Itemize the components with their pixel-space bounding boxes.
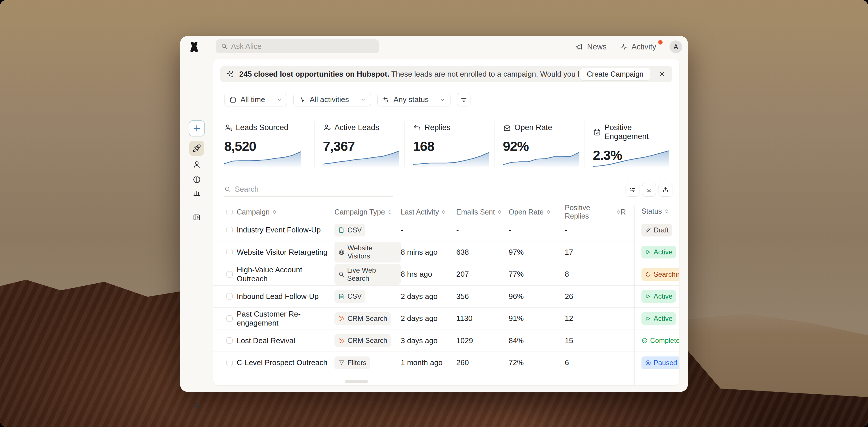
activity-icon (298, 96, 306, 103)
stat-label: Active Leads (335, 123, 379, 132)
table-row[interactable]: Lost Deal Revival CRM Search 3 days ago … (213, 330, 679, 352)
sparkline-chart (593, 150, 669, 167)
emails-sent-cell: 1029 (456, 336, 509, 345)
brain-icon (192, 175, 201, 184)
user-avatar[interactable]: A (670, 40, 682, 53)
calendar-check-icon (593, 128, 601, 136)
open-rate-cell: 84% (509, 336, 565, 345)
download-button[interactable] (642, 183, 656, 197)
last-activity-cell: - (401, 226, 456, 234)
filter-lines-icon (460, 96, 468, 103)
header-campaign[interactable]: Campaign (237, 208, 335, 216)
campaign-name: Past Customer Re-engagement (237, 309, 335, 328)
table-search-input[interactable] (235, 185, 393, 194)
chevron-down-icon (440, 97, 445, 103)
sidebar-item-expand-panel[interactable] (189, 210, 204, 225)
activity-button[interactable]: Activity (620, 42, 656, 52)
table-row[interactable]: Past Customer Re-engagement CRM Search 2… (213, 307, 679, 330)
status-badge: Complete (642, 334, 679, 347)
horizontal-scrollbar-thumb[interactable] (345, 380, 368, 383)
header-last-activity[interactable]: Last Activity (401, 208, 456, 216)
hubspot-icon (338, 315, 345, 322)
open-rate-cell: 97% (509, 248, 565, 257)
sparkle-icon (226, 70, 235, 78)
open-rate-cell: 72% (509, 358, 565, 367)
status-badge: Active (642, 290, 676, 303)
row-checkbox[interactable] (226, 337, 232, 344)
campaign-type-chip: Filters (335, 357, 370, 369)
column-settings-button[interactable] (625, 183, 640, 197)
last-activity-cell: 3 days ago (401, 336, 456, 345)
sparkline-chart (224, 150, 301, 167)
sort-icon (388, 209, 392, 215)
table-row[interactable]: Inbound Lead Follow-Up CSV 2 days ago 35… (213, 286, 679, 308)
banner-close-button[interactable] (658, 68, 666, 80)
open-rate-cell: 77% (509, 270, 565, 279)
sidebar (180, 59, 213, 392)
campaign-type-label: CRM Search (347, 315, 387, 323)
emails-sent-cell: 207 (456, 270, 509, 279)
profile-photo[interactable] (188, 86, 205, 102)
stat-replies: Replies 168 (404, 122, 494, 167)
row-checkbox[interactable] (226, 316, 232, 322)
sidebar-item-settings[interactable] (189, 398, 204, 413)
last-activity-cell: 8 hrs ago (401, 270, 456, 279)
desktop-background: News Activity A (0, 0, 868, 427)
table-search[interactable] (224, 182, 393, 197)
row-checkbox[interactable] (226, 360, 232, 366)
campaign-type-label: CSV (347, 226, 362, 234)
table-row[interactable]: C-Level Prospect Outreach Filters 1 mont… (213, 352, 679, 374)
sort-icon (664, 209, 669, 214)
last-activity-cell: 8 mins ago (401, 248, 456, 257)
status-badge: Active (642, 246, 676, 258)
header-positive-replies[interactable]: Positive Replies (565, 203, 621, 220)
row-checkbox[interactable] (226, 227, 232, 233)
reply-icon (413, 124, 421, 132)
table-row[interactable]: High-Value Account Outreach Live Web Sea… (213, 263, 679, 286)
positive-replies-cell: 15 (565, 336, 621, 345)
create-campaign-button[interactable]: Create Campaign (580, 68, 650, 80)
notification-dot (658, 40, 662, 44)
filter-activities-dropdown[interactable]: All activities (293, 93, 371, 106)
stat-leads-sourced: Leads Sourced 8,520 (224, 122, 314, 167)
positive-replies-cell: 26 (565, 292, 621, 301)
sidebar-item-leads[interactable] (189, 157, 204, 172)
status-badge: Active (642, 312, 676, 325)
app-logo-icon (187, 41, 201, 54)
sidebar-item-analytics[interactable] (189, 185, 204, 200)
export-button[interactable] (658, 183, 673, 197)
csv-file-icon (338, 293, 345, 300)
status-sticky-column: Status DraftActiveSearchingActiveActiveC… (634, 203, 679, 385)
more-filters-button[interactable] (457, 93, 470, 106)
row-checkbox[interactable] (226, 293, 232, 299)
news-button[interactable]: News (576, 42, 607, 52)
ask-alice-search[interactable] (216, 39, 379, 53)
panel-right-icon (192, 213, 201, 222)
mail-open-icon (503, 124, 511, 132)
row-checkbox[interactable] (226, 249, 232, 255)
header-open-rate[interactable]: Open Rate (509, 208, 565, 216)
close-icon (659, 71, 665, 77)
row-checkbox[interactable] (226, 271, 232, 277)
sidebar-item-campaigns[interactable] (189, 141, 204, 156)
filter-time-dropdown[interactable]: All time (224, 93, 287, 106)
search-icon (221, 43, 227, 50)
bar-chart-icon (192, 188, 201, 197)
campaign-type-chip: CRM Search (335, 312, 391, 325)
header-campaign-type[interactable]: Campaign Type (335, 208, 401, 216)
filter-status-dropdown[interactable]: Any status (377, 93, 451, 106)
header-status[interactable]: Status (642, 207, 669, 216)
positive-replies-cell: 17 (565, 248, 621, 257)
globe-icon (338, 249, 345, 256)
select-all-checkbox[interactable] (226, 209, 232, 215)
csv-file-icon (338, 227, 345, 233)
table-row[interactable]: Website Visitor Retargeting Website Visi… (213, 241, 679, 264)
new-campaign-button[interactable] (189, 120, 205, 136)
positive-replies-cell: 12 (565, 314, 621, 323)
header-emails-sent[interactable]: Emails Sent (456, 208, 509, 216)
emails-sent-cell: 638 (456, 248, 509, 257)
campaign-type-chip: Website Visitors (335, 242, 401, 263)
ask-alice-input[interactable] (231, 42, 374, 51)
table-row[interactable]: Industry Event Follow-Up CSV - - - - (213, 219, 679, 241)
campaign-name: C-Level Prospect Outreach (237, 358, 335, 367)
